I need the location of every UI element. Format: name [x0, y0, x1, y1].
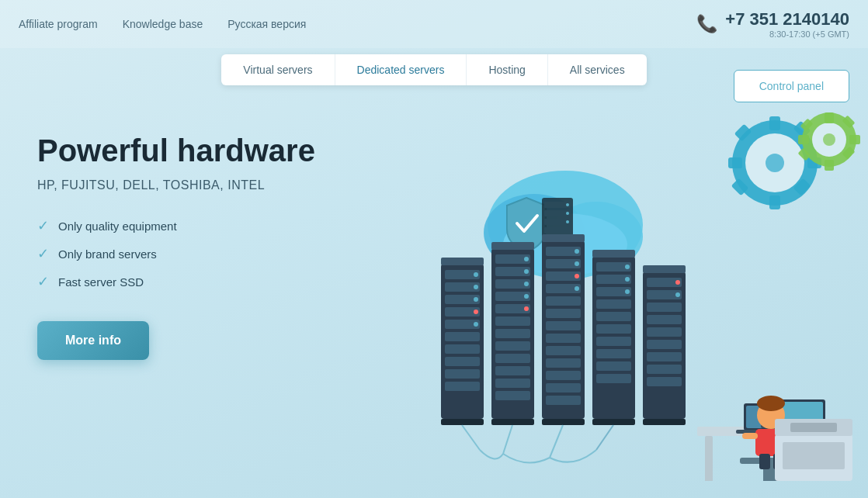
affiliate-link[interactable]: Affiliate program [19, 18, 98, 30]
svg-point-89 [575, 274, 579, 278]
svg-rect-71 [491, 242, 534, 250]
svg-rect-86 [546, 396, 581, 405]
svg-rect-121 [643, 265, 686, 273]
svg-rect-51 [441, 258, 484, 265]
svg-point-46 [474, 272, 478, 277]
svg-rect-84 [546, 371, 581, 380]
svg-point-119 [675, 280, 680, 285]
feature-text-1: Only quality equipment [58, 220, 177, 233]
nav-hosting[interactable]: Hosting [467, 54, 547, 85]
svg-rect-113 [647, 315, 682, 324]
feature-item-1: ✓ Only quality equipment [37, 217, 363, 234]
feature-item-3: ✓ Fast server SSD [37, 273, 363, 290]
feature-list: ✓ Only quality equipment ✓ Only brand se… [37, 217, 363, 290]
svg-rect-122 [643, 419, 686, 425]
svg-rect-79 [546, 309, 581, 318]
svg-rect-112 [647, 303, 682, 312]
svg-point-47 [474, 285, 478, 289]
svg-rect-103 [596, 374, 631, 383]
svg-rect-41 [445, 332, 480, 341]
nav-dedicated-servers[interactable]: Dedicated servers [335, 54, 467, 85]
svg-point-87 [575, 249, 579, 254]
header-nav: Affiliate program Knowledge base Русская… [19, 18, 306, 30]
svg-point-68 [524, 282, 529, 286]
svg-rect-81 [546, 334, 581, 343]
svg-rect-117 [647, 365, 682, 374]
phone-number[interactable]: +7 351 2140140 [725, 9, 849, 29]
svg-line-123 [462, 425, 480, 450]
svg-line-126 [596, 425, 613, 450]
svg-rect-141 [742, 433, 758, 439]
russian-version-link[interactable]: Русская версия [227, 18, 306, 30]
check-icon-3: ✓ [37, 273, 49, 290]
header: Affiliate program Knowledge base Русская… [0, 0, 868, 48]
svg-point-32 [566, 203, 569, 206]
nav-all-services[interactable]: All services [548, 54, 647, 85]
svg-rect-118 [647, 377, 682, 386]
feature-item-2: ✓ Only brand servers [37, 245, 363, 262]
svg-rect-97 [596, 299, 631, 309]
svg-rect-64 [495, 379, 530, 388]
svg-rect-15 [825, 160, 834, 171]
phone-block: +7 351 2140140 8:30-17:30 (+5 GMT) [725, 9, 849, 39]
svg-point-48 [474, 297, 478, 302]
svg-point-104 [625, 265, 630, 269]
svg-rect-102 [596, 361, 631, 371]
svg-point-70 [524, 306, 529, 311]
feature-text-2: Only brand servers [58, 247, 157, 261]
svg-rect-45 [445, 382, 480, 391]
svg-rect-63 [495, 366, 530, 375]
hero-title: Powerful hardware [37, 132, 363, 169]
svg-rect-143 [759, 454, 770, 469]
svg-rect-78 [546, 296, 581, 306]
svg-rect-17 [849, 135, 860, 144]
svg-point-13 [823, 133, 835, 146]
check-icon-2: ✓ [37, 245, 49, 262]
svg-rect-128 [705, 436, 713, 481]
hero-subtitle: HP, FUJITSU, DELL, TOSHIBA, INTEL [37, 178, 363, 192]
svg-rect-115 [647, 340, 682, 349]
svg-rect-4 [769, 195, 780, 209]
svg-rect-101 [596, 349, 631, 358]
svg-line-124 [503, 425, 512, 454]
svg-rect-148 [790, 423, 837, 432]
svg-rect-65 [495, 391, 530, 400]
nav-virtual-servers[interactable]: Virtual servers [221, 54, 335, 85]
svg-point-69 [524, 294, 529, 299]
svg-rect-116 [647, 352, 682, 361]
svg-rect-72 [491, 419, 534, 425]
phone-icon: 📞 [696, 14, 717, 34]
nav-menu: Virtual servers Dedicated servers Hostin… [221, 54, 646, 85]
svg-rect-114 [647, 327, 682, 337]
svg-rect-91 [542, 234, 585, 242]
svg-point-106 [625, 289, 630, 294]
svg-point-67 [524, 269, 529, 274]
svg-rect-44 [445, 369, 480, 379]
svg-rect-61 [495, 341, 530, 351]
svg-rect-107 [592, 250, 635, 258]
svg-rect-98 [596, 312, 631, 321]
svg-point-88 [575, 261, 579, 266]
feature-text-3: Fast server SSD [58, 275, 144, 289]
svg-rect-14 [825, 112, 834, 123]
check-icon-1: ✓ [37, 217, 49, 234]
svg-point-90 [575, 286, 579, 291]
knowledge-base-link[interactable]: Knowledge base [123, 18, 203, 30]
svg-rect-3 [769, 116, 780, 130]
svg-rect-146 [783, 442, 845, 469]
svg-rect-108 [592, 419, 635, 425]
svg-rect-43 [445, 357, 480, 366]
svg-point-139 [757, 396, 785, 411]
svg-rect-99 [596, 324, 631, 334]
hero-text-block: Powerful hardware HP, FUJITSU, DELL, TOS… [37, 132, 363, 360]
svg-rect-100 [596, 337, 631, 346]
svg-rect-5 [728, 157, 742, 168]
header-contact: 📞 +7 351 2140140 8:30-17:30 (+5 GMT) [696, 9, 849, 39]
svg-point-2 [766, 154, 784, 172]
svg-point-50 [474, 322, 478, 327]
svg-rect-60 [495, 329, 530, 338]
server-svg [325, 93, 868, 481]
more-info-button[interactable]: More info [37, 321, 149, 360]
svg-rect-52 [441, 419, 484, 425]
svg-point-66 [524, 257, 529, 261]
